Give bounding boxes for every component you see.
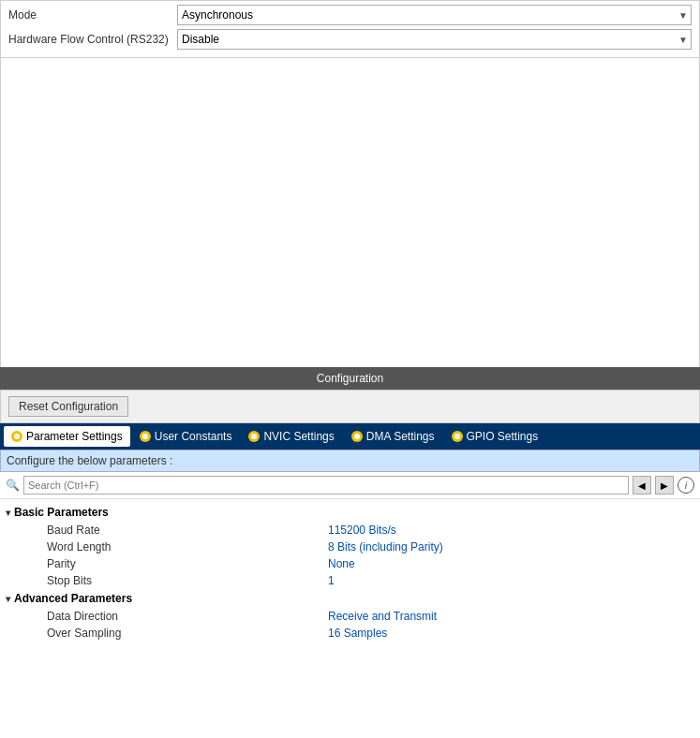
search-input[interactable] [23,476,629,494]
tab-dot-gpio-settings [452,431,463,442]
search-row: 🔍 ◀ ▶ i [0,472,700,499]
hw-flow-select-wrapper: Disable Enable ▼ [177,29,692,50]
mode-label: Mode [8,8,177,22]
mode-row: Mode Asynchronous Synchronous Single Wir… [8,5,692,25]
tab-label-user-constants: User Constants [155,430,232,443]
tab-dot-nvic-settings [248,431,260,442]
tab-label-dma-settings: DMA Settings [366,430,435,443]
nav-prev-button[interactable]: ◀ [633,476,651,494]
configure-text: Configure the below parameters : [7,454,172,467]
mode-select[interactable]: Asynchronous Synchronous Single Wire [177,5,692,25]
tab-nvic-settings[interactable]: NVIC Settings [241,426,341,447]
basic-section-label: Basic Parameters [14,506,109,519]
basic-parameters-header[interactable]: ▾ Basic Parameters [0,503,700,522]
tabs-row: Parameter Settings User Constants NVIC S… [0,423,700,450]
param-row-word-length: Word Length 8 Bits (including Parity) [0,539,700,555]
param-value-over-sampling: 16 Samples [328,627,387,640]
hw-flow-row: Hardware Flow Control (RS232) Disable En… [8,29,692,50]
advanced-parameters-header[interactable]: ▾ Advanced Parameters [0,589,700,608]
param-name-over-sampling: Over Sampling [47,627,328,640]
param-name-word-length: Word Length [47,540,328,554]
param-row-baud-rate: Baud Rate 115200 Bits/s [0,522,700,539]
param-name-data-direction: Data Direction [47,610,328,623]
configure-bar: Configure the below parameters : [0,450,700,472]
param-value-parity: None [328,557,355,570]
reset-bar: Reset Configuration [0,390,700,423]
hw-flow-label: Hardware Flow Control (RS232) [8,33,177,46]
param-name-parity: Parity [47,557,328,570]
tab-user-constants[interactable]: User Constants [132,426,240,447]
params-list: ▾ Basic Parameters Baud Rate 115200 Bits… [0,499,700,645]
basic-chevron-icon: ▾ [6,508,10,518]
tab-gpio-settings[interactable]: GPIO Settings [444,426,546,447]
advanced-chevron-icon: ▾ [6,594,10,604]
tab-parameter-settings[interactable]: Parameter Settings [4,426,130,447]
advanced-section-label: Advanced Parameters [14,592,132,605]
param-value-stop-bits: 1 [328,574,335,587]
mode-select-wrapper: Asynchronous Synchronous Single Wire ▼ [177,5,692,25]
tab-dot-user-constants [140,431,151,442]
config-header: Configuration [0,367,700,390]
tab-label-gpio-settings: GPIO Settings [467,430,539,443]
param-row-stop-bits: Stop Bits 1 [0,572,700,589]
param-value-data-direction: Receive and Transmit [328,610,437,623]
hw-flow-select[interactable]: Disable Enable [177,29,692,50]
param-name-stop-bits: Stop Bits [47,574,328,587]
tab-dot-parameter-settings [11,431,22,442]
param-row-data-direction: Data Direction Receive and Transmit [0,608,700,625]
tab-dot-dma-settings [351,431,363,442]
tab-label-nvic-settings: NVIC Settings [263,430,334,443]
tab-label-parameter-settings: Parameter Settings [26,430,123,443]
param-name-baud-rate: Baud Rate [47,524,328,537]
info-icon[interactable]: i [678,477,694,494]
param-value-word-length: 8 Bits (including Parity) [328,540,443,554]
param-row-over-sampling: Over Sampling 16 Samples [0,625,700,642]
tab-dma-settings[interactable]: DMA Settings [344,426,442,447]
top-fields-section: Mode Asynchronous Synchronous Single Wir… [0,0,700,58]
search-icon: 🔍 [6,479,20,492]
param-row-parity: Parity None [0,555,700,572]
empty-area [0,58,700,367]
reset-configuration-button[interactable]: Reset Configuration [8,396,128,417]
param-value-baud-rate: 115200 Bits/s [328,524,396,537]
nav-next-button[interactable]: ▶ [655,476,674,494]
